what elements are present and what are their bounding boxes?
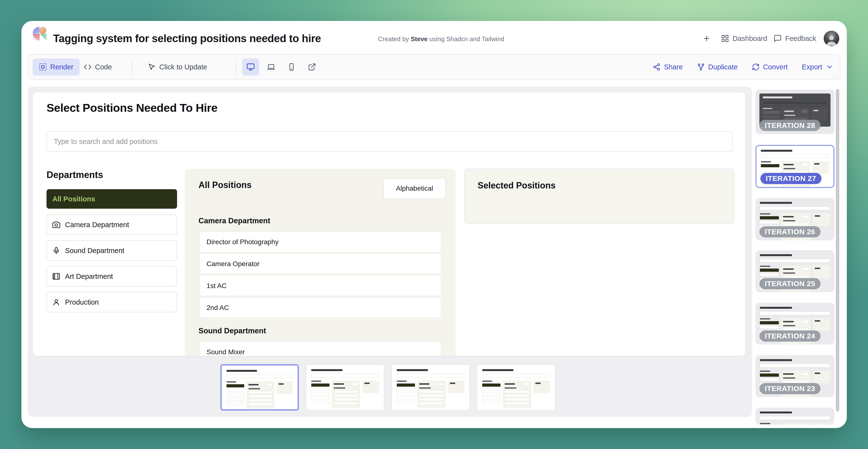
app-heading: Select Positions Needed To Hire xyxy=(46,101,217,115)
feedback-button[interactable]: Feedback xyxy=(774,21,816,56)
app-preview: Select Positions Needed To Hire Departme… xyxy=(33,92,746,356)
iteration-badge: ITERATION 24 xyxy=(760,330,820,342)
all-positions-heading: All Positions xyxy=(198,180,252,190)
toolbar: Render Code Click to Update Share xyxy=(28,54,840,80)
position-row[interactable]: Camera Operator xyxy=(199,254,441,274)
position-row[interactable]: Director of Photography xyxy=(199,231,441,252)
duplicate-button[interactable]: Duplicate xyxy=(697,63,738,71)
iteration-card-26[interactable]: ITERATION 26 xyxy=(755,198,834,240)
share-label: Share xyxy=(664,63,683,71)
render-tab[interactable]: Render xyxy=(33,58,80,75)
iteration-card-25[interactable]: ITERATION 25 xyxy=(755,250,834,292)
filter-camera-department-button[interactable]: Camera Department xyxy=(46,215,177,235)
selected-positions-panel: Selected Positions xyxy=(464,169,734,224)
mini-preview xyxy=(311,369,379,410)
created-by-text: Created by Steve using Shadcn and Tailwi… xyxy=(378,21,504,56)
plus-icon xyxy=(703,34,711,43)
mini-preview xyxy=(397,369,464,410)
click-to-update-label: Click to Update xyxy=(159,63,207,71)
preview-stage: Select Positions Needed To Hire Departme… xyxy=(28,87,752,417)
project-title: Tagging system for selecting positions n… xyxy=(53,21,321,56)
chevron-down-icon xyxy=(826,63,833,71)
app-window: Tagging system for selecting positions n… xyxy=(22,21,847,428)
laptop-view-button[interactable] xyxy=(262,58,280,75)
chat-bubble-icon xyxy=(774,34,782,43)
mini-preview xyxy=(482,369,550,410)
mini-preview xyxy=(226,370,293,409)
render-label: Render xyxy=(50,63,73,71)
version-thumbnail-3[interactable] xyxy=(392,364,470,411)
creator-name: Steve xyxy=(411,35,427,43)
iteration-badge: ITERATION 26 xyxy=(760,226,820,237)
all-positions-panel: All Positions Alphabetical Camera Depart… xyxy=(185,169,456,356)
position-row[interactable]: 2nd AC xyxy=(199,297,441,318)
departments-heading: Departments xyxy=(46,170,103,180)
selected-positions-heading: Selected Positions xyxy=(477,181,556,191)
filter-art-department-button[interactable]: Art Department xyxy=(46,266,177,287)
monitor-icon xyxy=(246,63,255,71)
sort-alphabetical-button[interactable]: Alphabetical xyxy=(383,178,446,199)
iteration-badge: ITERATION 28 xyxy=(760,120,820,131)
version-thumbnail-2[interactable] xyxy=(306,364,384,411)
department-label: Art Department xyxy=(65,272,113,281)
logo-shape-green xyxy=(40,34,46,41)
iteration-badge: ITERATION 25 xyxy=(760,278,820,289)
app-logo[interactable] xyxy=(33,27,47,41)
export-label: Export xyxy=(802,63,822,71)
iteration-card-23[interactable]: ITERATION 23 xyxy=(755,355,834,397)
external-link-icon xyxy=(308,63,316,71)
export-button[interactable]: Export xyxy=(802,63,833,71)
filter-sound-department-button[interactable]: Sound Department xyxy=(46,240,177,261)
iteration-card-partial[interactable] xyxy=(755,408,834,425)
iteration-card-28[interactable]: ITERATION 28 xyxy=(755,90,834,134)
toolbar-divider xyxy=(236,59,236,74)
render-frame-icon xyxy=(39,63,47,71)
click-to-update-button[interactable]: Click to Update xyxy=(145,55,211,79)
duplicate-label: Duplicate xyxy=(708,63,738,71)
version-thumbnail-1[interactable] xyxy=(220,364,299,411)
person-silhouette-icon xyxy=(825,33,838,46)
open-preview-button[interactable] xyxy=(304,58,320,75)
logo-shape-pink xyxy=(33,34,40,41)
desktop-view-button[interactable] xyxy=(242,58,259,75)
dashboard-button[interactable]: Dashboard xyxy=(721,21,767,56)
code-tab[interactable]: Code xyxy=(80,55,116,79)
iterations-scrollbar[interactable] xyxy=(836,89,839,412)
cursor-icon xyxy=(148,63,156,71)
department-label: Camera Department xyxy=(65,221,129,229)
refresh-icon xyxy=(752,63,760,71)
feedback-label: Feedback xyxy=(785,35,816,43)
code-label: Code xyxy=(95,63,112,71)
position-row[interactable]: Sound Mixer xyxy=(199,342,441,356)
iteration-badge: ITERATION 23 xyxy=(760,383,820,394)
user-avatar[interactable] xyxy=(824,31,839,46)
logo-shape-blue xyxy=(33,27,39,34)
toolbar-divider xyxy=(131,59,132,74)
section-sound-department: Sound Department xyxy=(198,326,266,335)
fork-icon xyxy=(697,63,705,71)
mic-icon xyxy=(52,247,60,254)
department-label: Sound Department xyxy=(65,247,124,255)
filter-production-button[interactable]: Production xyxy=(46,292,177,312)
convert-button[interactable]: Convert xyxy=(752,63,788,71)
position-search-input[interactable] xyxy=(46,131,733,152)
department-label: Production xyxy=(65,298,99,306)
film-icon xyxy=(52,272,60,280)
filter-all-positions-button[interactable]: All Positions xyxy=(46,189,177,209)
laptop-icon xyxy=(267,63,275,71)
iteration-badge-selected: ITERATION 27 xyxy=(761,173,822,184)
mobile-view-button[interactable] xyxy=(283,58,300,75)
share-button[interactable]: Share xyxy=(653,63,683,71)
section-camera-department: Camera Department xyxy=(198,217,270,225)
new-project-button[interactable] xyxy=(703,21,711,56)
iteration-card-27[interactable]: ITERATION 27 xyxy=(755,145,834,188)
version-thumbnail-4[interactable] xyxy=(477,364,555,411)
position-row[interactable]: 1st AC xyxy=(199,276,441,296)
iteration-card-24[interactable]: ITERATION 24 xyxy=(755,303,834,345)
share-icon xyxy=(653,63,660,71)
convert-label: Convert xyxy=(763,63,788,71)
dashboard-label: Dashboard xyxy=(733,35,767,43)
grid-icon xyxy=(721,34,729,43)
iteration-thumbnail xyxy=(760,412,830,425)
logo-shape-orange xyxy=(39,27,46,34)
